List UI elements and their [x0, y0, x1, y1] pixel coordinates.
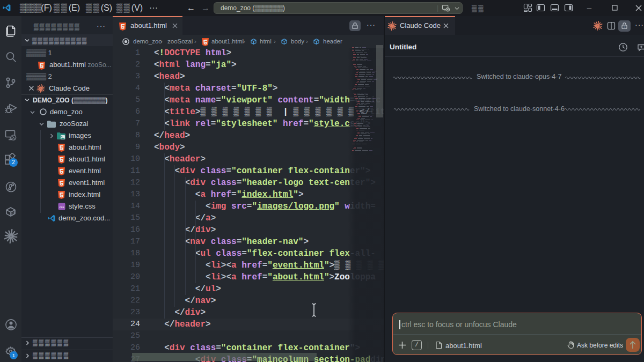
svg-text:css: css [60, 205, 64, 209]
